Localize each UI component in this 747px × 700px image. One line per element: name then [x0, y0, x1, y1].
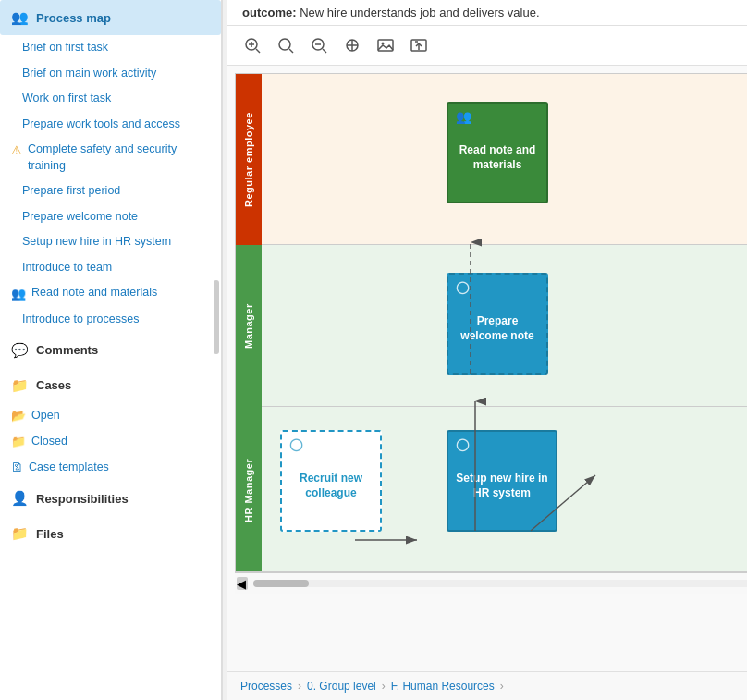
svg-line-5	[289, 49, 293, 53]
sidebar-item-prepare-tools[interactable]: Prepare work tools and access	[0, 112, 221, 138]
sidebar-item-work-first[interactable]: Work on first task	[0, 86, 221, 112]
image-button[interactable]	[374, 33, 398, 57]
svg-point-4	[279, 39, 290, 50]
sidebar-item-introduce-team[interactable]: Introduce to team	[0, 255, 221, 281]
breadcrumb-group-level[interactable]: 0. Group level	[307, 680, 376, 693]
sidebar-item-setup-hr[interactable]: Setup new hire in HR system	[0, 229, 221, 255]
regular-employee-lane: 👥 Read note and materials First da...	[262, 74, 747, 245]
sidebar-item-read-note[interactable]: 👥 Read note and materials	[0, 280, 221, 307]
search-zoom-icon	[277, 37, 294, 54]
export-icon	[410, 37, 427, 54]
export-button[interactable]	[407, 33, 431, 57]
node-recruit[interactable]: ◯ Recruit new colleague	[280, 430, 382, 532]
sidebar-nav-items: Brief on first task Brief on main work a…	[0, 35, 221, 333]
svg-line-3	[256, 49, 260, 53]
sidebar-item-closed[interactable]: 📁 Closed	[0, 429, 221, 455]
recruit-dashed-icon: ◯	[289, 437, 303, 451]
sidebar-item-prepare-welcome[interactable]: Prepare welcome note	[0, 204, 221, 230]
sidebar-item-open[interactable]: 📂 Open	[0, 403, 221, 429]
node-prepare-welcome[interactable]: ◯ Prepare welcome note	[447, 273, 548, 375]
zoom-in-button[interactable]	[240, 33, 264, 57]
sidebar-cases-subnav: 📂 Open 📁 Closed 🖻 Case templates	[0, 403, 221, 482]
comments-icon: 💬	[11, 342, 29, 359]
sidebar-item-prepare-period[interactable]: Prepare first period	[0, 178, 221, 204]
responsibilities-icon: 👤	[11, 490, 29, 507]
outcome-text: New hire understands job and delivers va…	[300, 6, 539, 19]
files-icon: 📁	[11, 525, 29, 542]
sidebar-cases[interactable]: 📁 Cases	[0, 368, 221, 403]
zoom-in-icon	[244, 37, 261, 54]
node-read-note[interactable]: 👥 Read note and materials	[447, 102, 548, 203]
sidebar-process-map[interactable]: 👥 Process map	[0, 0, 221, 35]
sidebar-responsibilities[interactable]: 👤 Responsibilities	[0, 481, 221, 516]
lane-label-manager: Manager	[236, 245, 262, 407]
image-icon	[377, 37, 394, 54]
diagram-area[interactable]: Regular employee Manager HR Manager	[227, 66, 747, 671]
swimlane-container: Regular employee Manager HR Manager	[235, 73, 747, 572]
outcome-bar: outcome: New hire understands job and de…	[227, 0, 747, 26]
node-read-note-person-icon: 👥	[456, 109, 471, 124]
diagram-canvas: Regular employee Manager HR Manager	[235, 73, 747, 591]
svg-line-8	[323, 49, 326, 53]
lanes-content: 👥 Read note and materials First da... ◯	[262, 74, 747, 571]
setup-hr-dashed-icon: ◯	[456, 437, 470, 451]
zoom-out-icon	[311, 37, 327, 54]
breadcrumb-sep-3: ›	[500, 680, 504, 693]
prepare-welcome-dashed-icon: ◯	[456, 280, 470, 294]
lane-label-regular-employee: Regular employee	[236, 74, 262, 245]
sidebar-item-brief-main[interactable]: Brief on main work activity	[0, 61, 221, 87]
sidebar-process-map-label: Process map	[36, 11, 111, 25]
process-map-icon: 👥	[11, 9, 29, 26]
diagram-toolbar	[227, 26, 747, 66]
scroll-thumb[interactable]	[253, 580, 309, 587]
lane-label-hr-manager: HR Manager	[236, 407, 262, 572]
sidebar-files[interactable]: 📁 Files	[0, 516, 221, 551]
zoom-out-button[interactable]	[307, 33, 331, 57]
sidebar-item-brief-first-task[interactable]: Brief on first task	[0, 35, 221, 61]
breadcrumb-human-resources[interactable]: F. Human Resources	[391, 680, 495, 693]
sidebar-comments[interactable]: 💬 Comments	[0, 333, 221, 368]
lane-labels: Regular employee Manager HR Manager	[236, 74, 262, 571]
zoom-search-button[interactable]	[274, 33, 298, 57]
template-folder-icon: 🖻	[11, 460, 23, 476]
sidebar-item-safety[interactable]: ⚠ Complete safety and security training	[0, 137, 221, 178]
outcome-label: outcome:	[242, 6, 297, 19]
hr-manager-lane: ◯ Recruit new colleague ◯ Setup new hire…	[262, 407, 747, 572]
fit-icon	[344, 37, 361, 54]
horizontal-scrollbar[interactable]: ◀	[235, 572, 747, 594]
main-content: outcome: New hire understands job and de…	[227, 0, 747, 700]
breadcrumb-processes[interactable]: Processes	[240, 680, 292, 693]
person-icon: 👥	[11, 286, 26, 302]
warning-icon: ⚠	[11, 142, 22, 159]
open-folder-icon: 📂	[11, 408, 26, 424]
sidebar-item-introduce-processes[interactable]: Introduce to processes	[0, 307, 221, 333]
sidebar: 👥 Process map Brief on first task Brief …	[0, 0, 222, 700]
sidebar-scrollbar[interactable]	[214, 280, 219, 354]
scroll-left-button[interactable]: ◀	[237, 577, 248, 590]
manager-lane: ◯ Prepare welcome note	[262, 245, 747, 407]
breadcrumb: Processes › 0. Group level › F. Human Re…	[227, 671, 747, 700]
cases-folder-icon: 📁	[11, 377, 29, 394]
svg-point-15	[382, 43, 385, 45]
breadcrumb-sep-2: ›	[382, 680, 386, 693]
breadcrumb-sep-1: ›	[298, 680, 301, 693]
closed-folder-icon: 📁	[11, 434, 26, 450]
svg-rect-14	[378, 40, 393, 51]
sidebar-item-case-templates[interactable]: 🖻 Case templates	[0, 455, 221, 481]
fit-button[interactable]	[340, 33, 364, 57]
node-setup-hr[interactable]: ◯ Setup new hire in HR system	[447, 430, 557, 532]
